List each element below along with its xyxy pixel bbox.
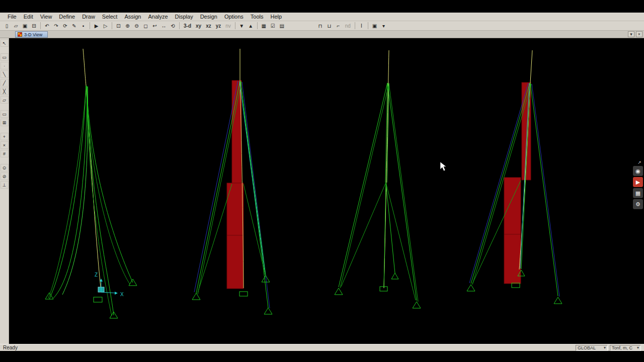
quick-draw-area-button[interactable]: ⊞	[1, 119, 9, 126]
reshape-icon: ▭	[2, 55, 7, 60]
run-step-icon: ▷	[104, 23, 108, 29]
select-all-button[interactable]: +	[1, 133, 9, 140]
tower-model-1[interactable]: Z X	[45, 49, 137, 318]
view-3d-button[interactable]: 3-d	[182, 22, 193, 30]
print-icon: ⊟	[32, 23, 36, 29]
view-yz-button[interactable]: yz	[214, 22, 223, 30]
display-options-dropdown[interactable]: ▾	[379, 22, 388, 30]
tower-model-4[interactable]	[467, 50, 562, 304]
tower-model-3[interactable]	[335, 50, 421, 308]
show-selected-button[interactable]: ☑	[269, 22, 277, 30]
quick-draw-brace-icon: ╳	[3, 89, 6, 94]
frame-section-icon: ⊓	[318, 23, 322, 29]
view-xz-button[interactable]: xz	[204, 22, 213, 30]
lock-model-button[interactable]: ▪	[79, 22, 88, 30]
section-cut-icon: I	[361, 23, 362, 29]
joint-constraint-button[interactable]: ⌐	[334, 22, 343, 30]
zoom-in-button[interactable]: ⊕	[123, 22, 132, 30]
section-cut-button[interactable]: I	[357, 22, 366, 30]
save-icon: ▣	[23, 23, 27, 29]
zoom-full-button[interactable]: ◻	[141, 22, 150, 30]
coord-system-select[interactable]: GLOBAL ▾	[576, 345, 608, 351]
toolbar-separator	[90, 22, 90, 29]
reshape-object-button[interactable]: ▭	[1, 53, 9, 61]
menu-tools[interactable]: Tools	[247, 13, 267, 21]
move-down-plane-button[interactable]: ▼	[237, 22, 246, 30]
undo-icon: ↶	[45, 23, 49, 29]
object-options-button[interactable]: ▤	[278, 22, 286, 30]
quick-draw-area-icon: ⊞	[3, 120, 7, 125]
snap-midpoints-button[interactable]: ⊘	[1, 172, 9, 180]
menu-analyze[interactable]: Analyze	[144, 13, 171, 21]
pan-button[interactable]: ↔	[159, 22, 168, 30]
menu-options[interactable]: Options	[221, 13, 247, 21]
new-model-button[interactable]: ▯	[3, 22, 11, 30]
open-file-button[interactable]: ▱	[12, 22, 20, 30]
intersecting-select-button[interactable]: #	[1, 150, 9, 157]
image-capture-button[interactable]: ▦	[633, 188, 643, 198]
frame-section-button[interactable]: ⊓	[316, 22, 325, 30]
refresh-window-button[interactable]: ⟳	[61, 22, 69, 30]
save-model-button[interactable]: ▣	[21, 22, 29, 30]
zoom-previous-button[interactable]: ↩	[150, 22, 159, 30]
base-plate	[380, 287, 387, 291]
menu-select[interactable]: Select	[99, 13, 121, 21]
model-viewport-3d[interactable]: Z X	[9, 38, 644, 344]
menu-view[interactable]: View	[37, 13, 56, 21]
collapse-window-button[interactable]: ▾	[628, 31, 634, 37]
settings-button[interactable]: ⚙	[633, 199, 643, 209]
select-pointer-button[interactable]: ↖	[1, 39, 9, 47]
snap-midpoints-icon: ⊘	[3, 174, 7, 179]
grid-options-button[interactable]: ▦	[260, 22, 268, 30]
frame-release-button[interactable]: ⊔	[325, 22, 334, 30]
tab-3d-view[interactable]: 3-D View	[15, 31, 48, 38]
zoom-out-button[interactable]: ⊖	[132, 22, 141, 30]
view-xy-button[interactable]: xy	[194, 22, 203, 30]
menu-bar: File Edit View Define Draw Select Assign…	[0, 13, 644, 21]
run-analysis-button[interactable]: ▶	[92, 22, 101, 30]
clear-selection-button[interactable]: ×	[1, 141, 9, 149]
menu-help[interactable]: Help	[267, 13, 286, 21]
close-window-button[interactable]: ×	[636, 31, 642, 37]
draw-rect-area-button[interactable]: ▭	[1, 110, 9, 118]
menu-edit[interactable]: Edit	[20, 13, 37, 21]
menu-file[interactable]: File	[4, 13, 20, 21]
stress-block	[504, 177, 521, 284]
quick-draw-frame-button[interactable]: ╱	[1, 79, 9, 86]
grid-icon: ▦	[262, 23, 266, 29]
print-button[interactable]: ⊟	[30, 22, 38, 30]
tower-model-2[interactable]	[192, 49, 272, 314]
draw-pencil-button[interactable]: ✎	[70, 22, 78, 30]
toolbar-separator	[235, 22, 235, 29]
menu-display[interactable]: Display	[172, 13, 197, 21]
sap-logo-icon	[18, 32, 22, 37]
menu-assign[interactable]: Assign	[121, 13, 144, 21]
draw-poly-area-button[interactable]: ▱	[1, 96, 9, 104]
toolbar-separator	[179, 22, 180, 29]
draw-joint-button[interactable]: ∙	[1, 62, 9, 69]
redo-button[interactable]: ↷	[52, 22, 60, 30]
menu-draw[interactable]: Draw	[78, 13, 99, 21]
quick-draw-brace-button[interactable]: ╳	[1, 87, 9, 95]
menu-define[interactable]: Define	[55, 13, 78, 21]
rotate-3d-button[interactable]: ⟲	[169, 22, 177, 30]
rotate-3d-icon: ⟲	[171, 23, 175, 29]
run-step-button[interactable]: ▷	[101, 22, 110, 30]
tab-3d-view-label: 3-D View	[24, 32, 42, 37]
undo-button[interactable]: ↶	[43, 22, 51, 30]
display-options-button[interactable]: ▣	[370, 22, 379, 30]
units-select[interactable]: Tonf, m, C ▾	[610, 345, 641, 351]
zoom-window-button[interactable]: ⊡	[114, 22, 123, 30]
snap-joints-button[interactable]: ⊙	[1, 164, 9, 171]
bottom-black-bar	[0, 351, 644, 362]
draw-frame-button[interactable]: ╲	[1, 70, 9, 78]
gear-icon: ⚙	[635, 201, 640, 208]
toolbar-separator	[355, 22, 355, 29]
snap-perpendicular-button[interactable]: ⊥	[1, 181, 9, 189]
pin-panel-button[interactable]: ↗	[636, 159, 643, 165]
move-up-plane-button[interactable]: ▲	[247, 22, 255, 30]
record-video-button[interactable]: ▶	[633, 177, 643, 187]
menu-design[interactable]: Design	[197, 13, 221, 21]
pin-panel-icon: ↗	[637, 160, 641, 165]
camera-snapshot-button[interactable]: ◉	[633, 166, 643, 176]
